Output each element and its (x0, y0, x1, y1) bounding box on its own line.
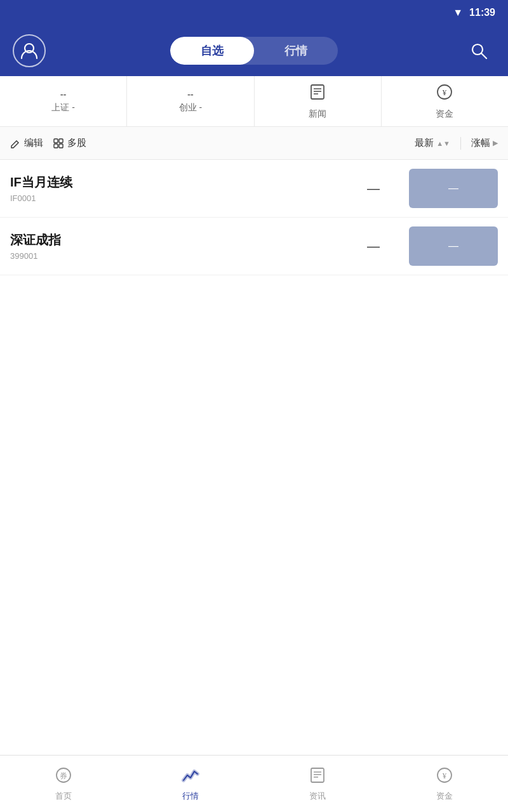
stock-info-sz: 深证成指 399001 (10, 232, 348, 261)
tab-market[interactable]: 行情 (254, 37, 338, 65)
market-shanghai[interactable]: -- 上证 - (0, 76, 127, 126)
nav-funds[interactable]: ¥ 资金 (381, 766, 508, 802)
table-row[interactable]: 深证成指 399001 — — (0, 218, 508, 275)
sort-change-label: 涨幅 (471, 137, 490, 149)
stock-price-sz: — (348, 239, 399, 254)
sort-latest-arrow: ▲▼ (436, 140, 450, 147)
multi-button[interactable]: 多股 (53, 137, 86, 149)
stock-change-value-sz: — (448, 240, 458, 252)
chuangye-value: -- (187, 89, 194, 100)
sort-latest-label: 最新 (415, 137, 434, 149)
stock-change-if[interactable]: — (409, 169, 498, 208)
svg-point-1 (472, 44, 483, 55)
toolbar: 编辑 多股 最新 ▲▼ 涨幅 ▶ (0, 127, 508, 160)
bottom-nav: 券 首页 行情 资讯 ¥ (0, 755, 508, 812)
news-icon (309, 83, 326, 105)
home-icon: 券 (55, 766, 72, 788)
nav-news-label: 资讯 (309, 790, 326, 802)
funds-label: 资金 (436, 108, 453, 120)
stock-code-if: IF0001 (10, 193, 348, 203)
stock-change-value-if: — (448, 183, 458, 194)
nav-news[interactable]: 资讯 (254, 766, 381, 802)
market-news[interactable]: 新闻 (255, 76, 382, 126)
news-label: 新闻 (309, 108, 326, 120)
status-bar: ▼ 11:39 (0, 0, 508, 25)
market-icon (182, 766, 199, 788)
nav-home[interactable]: 券 首页 (0, 766, 127, 802)
table-row[interactable]: IF当月连续 IF0001 — — (0, 160, 508, 218)
funds-icon: ¥ (436, 83, 453, 105)
shanghai-value: -- (60, 89, 67, 100)
svg-rect-9 (54, 139, 58, 143)
svg-line-2 (482, 54, 487, 59)
search-button[interactable] (462, 34, 495, 67)
stock-price-if: — (348, 181, 399, 196)
stock-code-sz: 399001 (10, 251, 348, 261)
stock-name-if: IF当月连续 (10, 174, 348, 191)
shanghai-label: 上证 - (51, 102, 75, 114)
nav-market[interactable]: 行情 (127, 766, 254, 802)
tab-switcher: 自选 行情 (170, 37, 338, 65)
tab-watchlist[interactable]: 自选 (170, 37, 254, 65)
svg-rect-3 (311, 85, 324, 99)
wifi-icon: ▼ (453, 7, 463, 18)
sort-change-button[interactable]: 涨幅 ▶ (471, 137, 498, 149)
stock-change-sz[interactable]: — (409, 226, 498, 266)
svg-rect-15 (311, 768, 324, 782)
news-nav-icon (309, 766, 326, 788)
svg-rect-10 (59, 139, 63, 143)
nav-funds-label: 资金 (436, 790, 453, 802)
nav-home-label: 首页 (55, 790, 72, 802)
svg-rect-11 (54, 144, 58, 148)
avatar-button[interactable] (13, 34, 46, 67)
stock-name-sz: 深证成指 (10, 232, 348, 249)
svg-text:¥: ¥ (443, 771, 447, 780)
stock-list: IF当月连续 IF0001 — — 深证成指 399001 — — (0, 160, 508, 275)
clock: 11:39 (469, 7, 495, 18)
sort-latest-button[interactable]: 最新 ▲▼ (415, 137, 450, 149)
nav-market-label: 行情 (182, 790, 199, 802)
edit-button[interactable]: 编辑 (10, 137, 43, 149)
funds-nav-icon: ¥ (436, 766, 453, 788)
sort-change-arrow: ▶ (493, 139, 498, 147)
market-funds[interactable]: ¥ 资金 (382, 76, 508, 126)
svg-text:券: 券 (60, 771, 67, 780)
stock-info-if: IF当月连续 IF0001 (10, 174, 348, 203)
edit-label: 编辑 (24, 137, 43, 149)
top-nav: 自选 行情 (0, 25, 508, 76)
multi-label: 多股 (67, 137, 86, 149)
toolbar-divider (460, 137, 461, 150)
chuangye-label: 创业 - (179, 102, 203, 114)
svg-rect-12 (59, 144, 63, 148)
svg-text:¥: ¥ (443, 88, 447, 97)
market-chuangye[interactable]: -- 创业 - (127, 76, 254, 126)
market-bar: -- 上证 - -- 创业 - 新闻 ¥ 资金 (0, 76, 508, 127)
